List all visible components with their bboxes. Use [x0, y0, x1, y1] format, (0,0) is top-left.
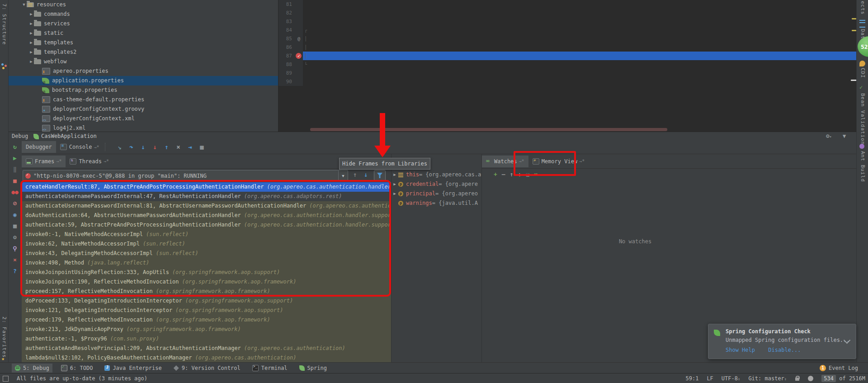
tree-expand-arrow[interactable]: ▶ [28, 9, 34, 19]
tool-stripe-projects-partial[interactable]: ects [860, 1, 866, 15]
vcs-branch[interactable]: Git: master↕ [748, 375, 787, 382]
evaluate-expression-button[interactable]: ▦ [196, 142, 208, 152]
help-button[interactable]: ? [9, 265, 21, 276]
close-button[interactable]: × [9, 254, 21, 265]
thread-selector-dropdown-arrow[interactable]: ▼ [338, 170, 348, 181]
stack-frame-row[interactable]: invoke:62, NativeMethodAccessorImpl(sun.… [22, 239, 391, 249]
stack-frame-row[interactable]: invoke0:-1, NativeMethodAccessorImpl(sun… [22, 230, 391, 239]
tool-window-button[interactable]: Spring [296, 364, 330, 373]
stack-frame-row[interactable]: proceed:157, ReflectiveMethodInvocation(… [22, 287, 391, 296]
thread-selector[interactable]: "http-nio-8070-exec-5"@9,888 in group "m… [23, 170, 348, 181]
tree-expand-arrow[interactable]: ▶ [28, 47, 34, 57]
tool-window-button[interactable]: Java Enterprise [101, 364, 165, 373]
tool-stripe-bean-validation[interactable]: Bean Validation [860, 93, 866, 145]
code-editor[interactable]: 81 * @param principal the resolved princ… [278, 0, 856, 128]
tool-window-button[interactable]: 5: Debug [12, 364, 52, 373]
hide-tool-window-icon[interactable]: ▼ [843, 133, 846, 139]
fold-marker[interactable] [303, 0, 308, 9]
variable-row[interactable]: ▶ principal = {org.apereo [392, 189, 490, 199]
stack-frame-row[interactable]: authenticate:-1, $Proxy96(com.sun.proxy) [22, 334, 391, 344]
line-separator[interactable]: LF [707, 375, 713, 382]
stop-button[interactable]: ■ [9, 175, 21, 186]
line-number[interactable]: 87 [278, 52, 295, 60]
event-log-button[interactable]: Event Log [829, 365, 858, 371]
mute-breakpoints-button[interactable]: ⊘ [9, 198, 21, 208]
tab-watches[interactable]: Watches→* [482, 156, 528, 167]
fold-marker[interactable]: │ [303, 52, 308, 60]
ant-build-icon[interactable] [859, 144, 864, 149]
fold-marker[interactable] [303, 69, 308, 77]
tree-expand-arrow[interactable]: ▶ [28, 38, 34, 47]
fold-marker[interactable]: │ [303, 34, 308, 43]
rerun-button[interactable]: ↻ [9, 141, 21, 152]
line-number[interactable]: 88 [278, 60, 295, 69]
stack-frame-row[interactable]: authenticateUsernamePasswordInternal:81,… [22, 201, 391, 211]
stack-frame-row[interactable]: invoke:213, JdkDynamicAopProxy(org.sprin… [22, 325, 391, 334]
stack-frame-row[interactable]: createHandlerResult:87, AbstractPreAndPo… [22, 182, 391, 192]
gutter-icon[interactable]: ✓ [295, 52, 303, 60]
tool-stripe-structure[interactable]: 7: Structure [1, 4, 7, 45]
move-watch-down-button[interactable]: ↓ [518, 171, 521, 178]
gutter-icon[interactable] [295, 43, 303, 52]
stack-frame-row[interactable]: lambda$null$2:102, PolicyBasedAuthentica… [22, 353, 391, 363]
stack-frame-row[interactable]: invoke:121, DelegatingIntroductionInterc… [22, 306, 391, 315]
step-into-button[interactable]: ↓ [137, 142, 149, 152]
structure-icon[interactable] [1, 63, 7, 70]
memory-indicator[interactable]: 534 of 2516M [821, 375, 865, 382]
pin-tab-button[interactable]: ⚲ [9, 243, 21, 254]
gutter-icon[interactable] [295, 17, 303, 26]
file-encoding[interactable]: UTF-8↕ [722, 375, 741, 382]
tree-row[interactable]: deployerConfigContext.groovy [9, 104, 278, 114]
tree-row[interactable]: cas-theme-default.properties [9, 95, 278, 104]
move-watch-up-button[interactable]: ↑ [510, 171, 514, 178]
stack-frame-row[interactable]: authenticate:59, AbstractPreAndPostProce… [22, 220, 391, 230]
tool-window-button[interactable]: 9: Version Control [170, 364, 244, 373]
frame-up-button[interactable]: ↑ [353, 171, 357, 178]
tool-stripe-cdi[interactable]: CDI [860, 68, 866, 78]
tree-expand-arrow[interactable]: ▼ [21, 0, 27, 9]
run-to-cursor-button[interactable]: ⇥ [184, 142, 196, 152]
stack-frame-row[interactable]: authenticateAndResolvePrincipal:209, Abs… [22, 344, 391, 353]
lock-icon[interactable] [795, 376, 800, 381]
error-stripe-mark[interactable] [852, 30, 856, 31]
gutter-icon[interactable] [295, 69, 303, 77]
fold-marker[interactable] [303, 9, 308, 17]
tab-memory-view[interactable]: Memory View→* [528, 156, 589, 167]
gutter-icon[interactable] [295, 77, 303, 86]
error-stripe-mark[interactable] [852, 18, 856, 19]
line-number[interactable]: 85 [278, 34, 295, 43]
remove-watch-button[interactable]: — [502, 171, 505, 178]
debug-settings-gear-icon[interactable]: ⚙▾ [826, 132, 832, 139]
show-execution-point-button[interactable]: ↘ [113, 142, 125, 152]
tree-expand-arrow[interactable]: ▶ [28, 28, 34, 38]
tree-row[interactable]: ▶ templates [9, 38, 278, 47]
tree-row[interactable]: ▶ templates2 [9, 47, 278, 57]
disable-link[interactable]: Disable... [768, 347, 801, 353]
show-help-link[interactable]: Show Help [726, 347, 755, 353]
show-watches-in-variables-button[interactable]: ∞ [534, 171, 538, 178]
cdi-bean-icon[interactable] [859, 61, 865, 66]
thread-dump-button[interactable]: ◉ [9, 209, 21, 220]
variable-expand-arrow[interactable]: ▶ [392, 180, 398, 189]
fold-marker[interactable]: └ [303, 60, 308, 69]
stack-frame-row[interactable]: invoke:498, Method(java.lang.reflect) [22, 258, 391, 268]
bean-validation-icon[interactable] [859, 85, 865, 91]
stack-frame-row[interactable]: invokeJoinpoint:190, ReflectiveMethodInv… [22, 277, 391, 287]
duplicate-watch-button[interactable]: ❏ [526, 171, 529, 178]
stack-frames-list[interactable]: createHandlerResult:87, AbstractPreAndPo… [22, 182, 391, 363]
frame-down-button[interactable]: ↓ [364, 171, 368, 178]
stack-frame-row[interactable]: authenticateUsernamePasswordInternal:47,… [22, 192, 391, 201]
add-watch-button[interactable]: + [494, 171, 497, 178]
variables-panel[interactable]: ▶ this = {org.apereo.cas.a ▶ credential … [392, 170, 490, 363]
variable-row[interactable]: ▶ credential = {org.apere [392, 180, 490, 189]
restore-layout-button[interactable]: ▦ [9, 220, 21, 231]
tool-stripe-favorites[interactable]: 2: Favorites [1, 317, 7, 358]
tree-row[interactable]: application.properties [9, 76, 278, 85]
line-number[interactable]: 82 [278, 9, 295, 17]
step-over-button[interactable]: ↷ [125, 142, 137, 152]
stack-frame-row[interactable]: proceed:179, ReflectiveMethodInvocation(… [22, 315, 391, 325]
hector-inspector-icon[interactable] [808, 376, 813, 381]
caret-position[interactable]: 59:1 [685, 375, 698, 382]
database-icon[interactable] [859, 20, 865, 28]
step-out-button[interactable]: ↑ [160, 142, 172, 152]
